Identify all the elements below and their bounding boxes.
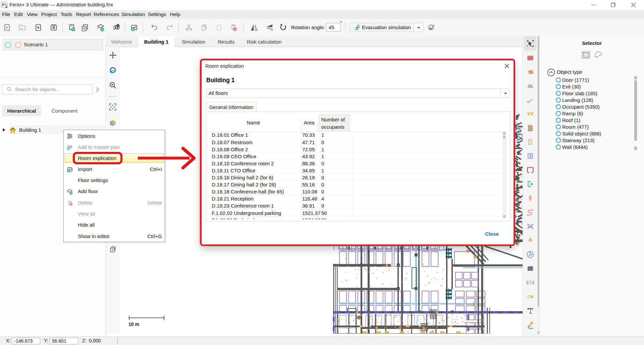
svg-text:+: + bbox=[4, 2, 7, 7]
svg-text:10 m: 10 m bbox=[128, 322, 139, 327]
